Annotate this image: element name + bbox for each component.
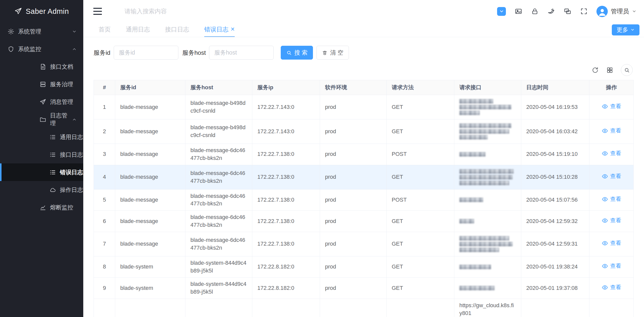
sidebar-item-system-monitor[interactable]: 系统监控 xyxy=(0,40,83,58)
cell-index: 8 xyxy=(94,256,115,278)
logo[interactable]: Saber Admin xyxy=(0,0,83,23)
cell-service-id: blade-message xyxy=(115,211,185,232)
table-header-row: # 服务id 服务host 服务ip 软件环境 请求方法 请求接口 日志时间 操… xyxy=(94,80,634,95)
eye-icon xyxy=(602,284,608,291)
cell-log-time: 2020-05-04 15:10:28 xyxy=(521,165,589,189)
cell-request-api xyxy=(454,211,521,232)
user-menu[interactable]: 管理员 xyxy=(596,6,636,17)
refresh-icon[interactable] xyxy=(592,67,599,74)
view-link-label: 查看 xyxy=(610,127,621,135)
redacted-text xyxy=(459,99,493,104)
service-id-input[interactable] xyxy=(114,46,178,60)
table-row[interactable]: 8 blade-system blade-system-844d9c4b89-j… xyxy=(94,256,634,278)
cell-service-id: blade-message xyxy=(115,189,185,211)
cell-service-host: blade-system-844d9c4b89-j5k5l xyxy=(185,278,252,299)
gear-icon xyxy=(8,28,14,35)
view-link[interactable]: 查看 xyxy=(602,217,621,224)
cell-request-api xyxy=(454,232,521,256)
sidebar-item-system-management[interactable]: 系统管理 xyxy=(0,23,83,40)
cell-log-time: 2020-05-04 15:19:10 xyxy=(521,144,589,165)
server-icon xyxy=(39,81,46,88)
grid-columns-icon[interactable] xyxy=(606,67,613,74)
table-row[interactable]: 6 blade-message blade-message-6dc46477cb… xyxy=(94,211,634,232)
cell-method: GET xyxy=(387,278,454,299)
view-link-label: 查看 xyxy=(610,239,621,247)
table-row[interactable]: 1 blade-message blade-message-b498dc9cf-… xyxy=(94,95,634,119)
tab-error-log[interactable]: 错误日志× xyxy=(204,23,235,37)
dove-icon[interactable] xyxy=(547,8,555,15)
cell-service-ip: 172.22.7.138:0 xyxy=(252,165,320,189)
col-header-index: # xyxy=(94,80,115,95)
view-link[interactable]: 查看 xyxy=(602,127,621,135)
tab-close-icon[interactable]: × xyxy=(231,26,235,33)
cell-service-host: blade-message-6dc46477cb-bks2n xyxy=(185,211,252,232)
sidebar-item-api-log[interactable]: 接口日志 xyxy=(0,146,83,163)
page: Saber Admin 系统管理系统监控接口文档服务治理消息管理日志管理通用日志… xyxy=(0,0,644,317)
table-row[interactable]: 9 blade-system blade-system-844d9c4b89-j… xyxy=(94,278,634,299)
sidebar-item-message-management[interactable]: 消息管理 xyxy=(0,93,83,111)
multi-screen-icon[interactable] xyxy=(564,8,571,15)
view-link[interactable]: 查看 xyxy=(602,195,621,203)
sidebar-item-api-docs[interactable]: 接口文档 xyxy=(0,58,83,75)
cell-log-time: 2020-05-04 15:07:56 xyxy=(521,189,589,211)
cell-log-time: 2020-05-04 16:03:42 xyxy=(521,119,589,144)
cell-request-api xyxy=(454,165,521,189)
tab-api-log[interactable]: 接口日志 xyxy=(165,23,189,37)
eye-icon xyxy=(602,173,608,179)
global-search-input[interactable] xyxy=(125,8,233,15)
table-row[interactable]: 7 blade-message blade-message-6dc46477cb… xyxy=(94,232,634,256)
redacted-text xyxy=(459,286,495,290)
avatar xyxy=(596,6,608,17)
table-row[interactable]: 3 blade-message blade-message-6dc46477cb… xyxy=(94,144,634,165)
sidebar-item-operation-log[interactable]: 操作日志 xyxy=(0,181,83,199)
tab-general-log[interactable]: 通用日志 xyxy=(126,23,150,37)
sidebar-item-general-log[interactable]: 通用日志 xyxy=(0,128,83,146)
document-icon xyxy=(39,63,46,70)
eye-icon xyxy=(602,217,608,224)
view-link[interactable]: 查看 xyxy=(602,262,621,270)
lock-icon[interactable] xyxy=(531,8,539,15)
cell-log-time: 2020-05-04 16:19:53 xyxy=(521,95,589,119)
more-button[interactable]: 更多 xyxy=(612,24,639,35)
screenshot-icon[interactable] xyxy=(515,8,522,15)
search-toggle-icon[interactable] xyxy=(621,64,633,76)
cell-method: GET xyxy=(387,256,454,278)
view-link[interactable]: 查看 xyxy=(602,284,621,291)
tab-label: 接口日志 xyxy=(165,25,189,33)
cell-index: 1 xyxy=(94,95,115,119)
sidebar-item-circuit-monitor[interactable]: 熔断监控 xyxy=(0,199,83,216)
view-link[interactable]: 查看 xyxy=(602,239,621,247)
cloud-icon xyxy=(49,187,56,193)
cell-service-id: blade-message xyxy=(115,119,185,144)
clear-button[interactable]: 清 空 xyxy=(316,46,349,60)
service-host-input[interactable] xyxy=(209,46,274,60)
menu-collapse-icon[interactable] xyxy=(93,8,102,15)
cell-service-host: blade-message-6dc46477cb-bks2n xyxy=(185,144,252,165)
cell-service-id: blade-message xyxy=(115,144,185,165)
view-link[interactable]: 查看 xyxy=(602,103,621,110)
search-button[interactable]: 搜 索 xyxy=(281,46,313,60)
topbar: 管理员 xyxy=(83,0,644,23)
cell-log-time xyxy=(521,299,589,317)
cell-index: 6 xyxy=(94,211,115,232)
view-link-label: 查看 xyxy=(610,150,621,157)
sidebar-item-log-management[interactable]: 日志管理 xyxy=(0,111,83,128)
cell-method xyxy=(387,299,454,317)
table-row[interactable]: 4 blade-message blade-message-6dc46477cb… xyxy=(94,165,634,189)
cell-method: POST xyxy=(387,189,454,211)
sidebar-item-label: 通用日志 xyxy=(60,133,83,141)
sidebar-item-error-log[interactable]: 错误日志 xyxy=(0,163,83,181)
table-row[interactable]: 2 blade-message blade-message-b498dc9cf-… xyxy=(94,119,634,144)
tab-home[interactable]: 首页 xyxy=(99,23,111,37)
theme-color-icon[interactable] xyxy=(497,7,506,16)
cell-service-host: blade-message-b498dc9cf-csnld xyxy=(185,119,252,144)
view-link[interactable]: 查看 xyxy=(602,172,621,180)
cell-service-id xyxy=(115,299,185,317)
sidebar-item-service-governance[interactable]: 服务治理 xyxy=(0,75,83,93)
table-row[interactable]: https://gw_cloud.k8s.fiy801 查看 xyxy=(94,299,634,317)
view-link[interactable]: 查看 xyxy=(602,150,621,157)
fullscreen-icon[interactable] xyxy=(580,8,588,15)
cell-service-host: blade-message-6dc46477cb-bks2n xyxy=(185,165,252,189)
list-icon xyxy=(49,151,56,158)
table-row[interactable]: 5 blade-message blade-message-6dc46477cb… xyxy=(94,189,634,211)
